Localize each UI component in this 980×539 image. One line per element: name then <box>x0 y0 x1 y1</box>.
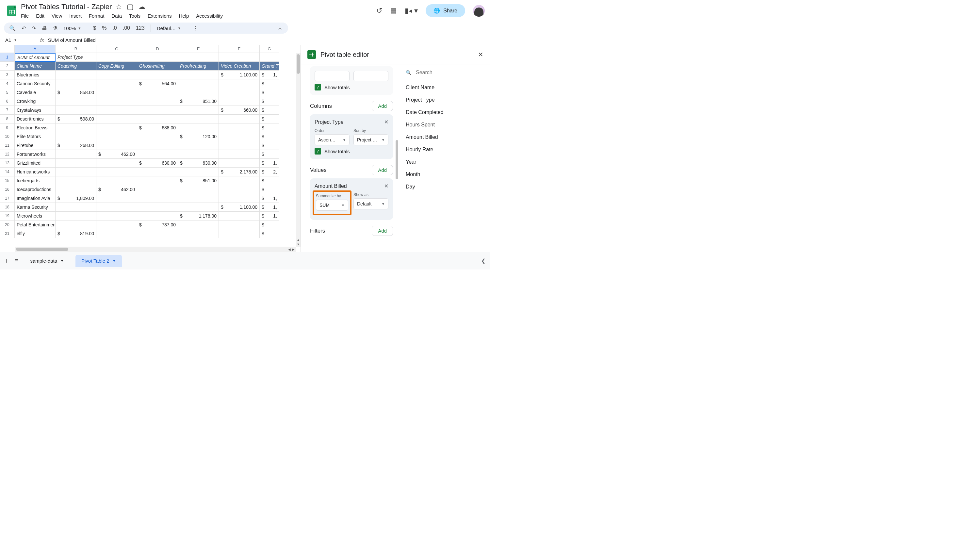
cell[interactable]: $2,178.00 <box>219 168 260 176</box>
cell[interactable] <box>56 97 96 106</box>
sheets-logo[interactable] <box>5 4 18 17</box>
cell[interactable]: $ <box>260 185 279 194</box>
cell[interactable] <box>219 97 260 106</box>
row-header[interactable]: 14 <box>0 168 15 176</box>
cell[interactable]: $ <box>260 150 279 159</box>
field-item[interactable]: Year <box>406 156 484 168</box>
cell[interactable]: $630.00 <box>178 159 219 168</box>
row-header[interactable]: 7 <box>0 106 15 114</box>
cell[interactable] <box>178 150 219 159</box>
cell[interactable]: Grand T <box>260 62 279 70</box>
cell[interactable] <box>219 88 260 97</box>
cell[interactable]: Petal Entertainment <box>15 221 56 229</box>
rows-dropdown-placeholder[interactable] <box>315 71 350 81</box>
cell[interactable]: $819.00 <box>56 229 96 238</box>
cell[interactable] <box>137 106 178 114</box>
cell[interactable]: Hurricanetworks <box>15 168 56 176</box>
select-all-corner[interactable] <box>0 45 15 53</box>
cell[interactable] <box>56 211 96 221</box>
cell[interactable]: $851.00 <box>178 176 219 185</box>
menu-data[interactable]: Data <box>111 13 122 19</box>
cell[interactable] <box>219 150 260 159</box>
cell[interactable] <box>137 114 178 124</box>
cell[interactable]: $1,100.00 <box>219 70 260 79</box>
menu-extensions[interactable]: Extensions <box>148 13 172 19</box>
col-header-A[interactable]: A <box>15 45 56 53</box>
cell[interactable]: $ <box>260 79 279 88</box>
field-item[interactable]: Month <box>406 168 484 181</box>
cell[interactable] <box>219 176 260 185</box>
cell[interactable]: Cannon Security <box>15 79 56 88</box>
collapse-toolbar-icon[interactable]: ︿ <box>278 25 283 32</box>
vertical-scrollbar[interactable]: ▲ ▼ <box>296 53 301 246</box>
row-header[interactable]: 13 <box>0 159 15 168</box>
field-item[interactable]: Hours Spent <box>406 119 484 131</box>
currency-icon[interactable]: $ <box>93 25 96 31</box>
row-header[interactable]: 17 <box>0 194 15 203</box>
cell[interactable]: Electron Brews <box>15 124 56 132</box>
cell[interactable]: $564.00 <box>137 79 178 88</box>
cell[interactable] <box>137 70 178 79</box>
redo-icon[interactable]: ↷ <box>32 25 36 31</box>
field-item[interactable]: Project Type <box>406 94 484 106</box>
cell[interactable] <box>178 88 219 97</box>
cell[interactable] <box>56 70 96 79</box>
cell[interactable] <box>96 159 137 168</box>
field-item[interactable]: Client Name <box>406 81 484 94</box>
cell[interactable]: Proofreading <box>178 62 219 70</box>
col-header-C[interactable]: C <box>96 45 137 53</box>
row-header[interactable]: 5 <box>0 88 15 97</box>
cell[interactable] <box>137 168 178 176</box>
add-sheet-icon[interactable]: + <box>5 257 9 265</box>
menu-format[interactable]: Format <box>89 13 105 19</box>
cell[interactable] <box>56 106 96 114</box>
col-header-B[interactable]: B <box>56 45 96 53</box>
add-columns-button[interactable]: Add <box>372 101 393 111</box>
cell[interactable] <box>219 159 260 168</box>
cell[interactable]: Icebergarts <box>15 176 56 185</box>
formula-input[interactable]: SUM of Amount Billed <box>48 37 96 43</box>
cell[interactable]: $ <box>260 88 279 97</box>
cell[interactable] <box>96 221 137 229</box>
cell[interactable]: $1, <box>260 159 279 168</box>
cell[interactable] <box>219 53 260 62</box>
remove-icon[interactable]: ✕ <box>384 183 388 189</box>
sheet-tab-sample[interactable]: sample-data▼ <box>24 255 70 267</box>
cloud-icon[interactable]: ☁ <box>138 3 145 11</box>
cell[interactable] <box>137 88 178 97</box>
search-icon[interactable]: 🔍 <box>9 25 16 31</box>
avatar[interactable] <box>473 5 485 17</box>
menu-help[interactable]: Help <box>179 13 189 19</box>
search-input[interactable] <box>416 70 484 75</box>
comments-icon[interactable]: ▤ <box>390 6 397 15</box>
cell[interactable]: $ <box>260 97 279 106</box>
cell[interactable]: $1, <box>260 211 279 221</box>
horizontal-scrollbar[interactable]: ◀▶ <box>15 246 296 252</box>
cell[interactable] <box>137 194 178 203</box>
cell[interactable] <box>137 141 178 150</box>
cell[interactable] <box>178 79 219 88</box>
showas-dropdown[interactable]: Default▼ <box>353 198 388 209</box>
row-header[interactable]: 21 <box>0 229 15 238</box>
cell[interactable]: $268.00 <box>56 141 96 150</box>
cell[interactable]: Client Name <box>15 62 56 70</box>
row-header[interactable]: 4 <box>0 79 15 88</box>
document-title[interactable]: Pivot Tables Tutorial - Zapier <box>21 3 112 11</box>
cell[interactable] <box>96 70 137 79</box>
cell[interactable] <box>178 124 219 132</box>
cell[interactable] <box>178 221 219 229</box>
cell[interactable]: Karma Security <box>15 203 56 211</box>
cell[interactable] <box>137 150 178 159</box>
cell[interactable]: $ <box>260 114 279 124</box>
cell[interactable] <box>96 203 137 211</box>
decrease-decimal-icon[interactable]: .0 <box>112 25 117 31</box>
cell[interactable]: Ghostwriting <box>137 62 178 70</box>
cell[interactable]: Cavedale <box>15 88 56 97</box>
cell[interactable]: $858.00 <box>56 88 96 97</box>
cell[interactable]: $1,809.00 <box>56 194 96 203</box>
cell[interactable] <box>96 79 137 88</box>
cell[interactable] <box>56 150 96 159</box>
sheet-tab-pivot[interactable]: Pivot Table 2▼ <box>75 255 122 267</box>
cell[interactable]: $737.00 <box>137 221 178 229</box>
cell[interactable]: $1, <box>260 70 279 79</box>
